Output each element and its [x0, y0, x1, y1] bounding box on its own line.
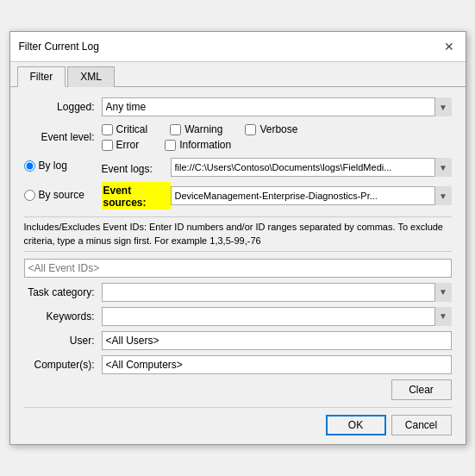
user-input-wrapper	[102, 331, 452, 350]
tab-xml[interactable]: XML	[67, 66, 115, 87]
by-source-radio[interactable]	[24, 190, 35, 201]
by-log-radio[interactable]	[24, 160, 35, 172]
checkbox-verbose: Verbose	[245, 123, 297, 135]
checkbox-information: Information	[165, 139, 231, 151]
logged-select-wrapper: Any time Last hour Last 12 hours Last 24…	[102, 97, 452, 116]
help-text: Includes/Excludes Event IDs: Enter ID nu…	[24, 216, 452, 252]
dialog-buttons: OK Cancel	[24, 407, 452, 435]
checkbox-critical-input[interactable]	[102, 124, 113, 135]
keywords-label: Keywords:	[24, 310, 102, 323]
tabs-bar: Filter XML	[10, 62, 466, 87]
event-level-row: Event level: Critical Warning Verbose	[24, 123, 452, 151]
by-source-radio-item[interactable]: By source	[24, 189, 95, 201]
by-log-label: By log	[39, 160, 67, 172]
computer-label: Computer(s):	[24, 359, 102, 371]
user-row: User:	[24, 331, 452, 350]
checkbox-error-input[interactable]	[102, 140, 113, 151]
by-log-radio-item[interactable]: By log	[24, 160, 95, 172]
clear-button[interactable]: Clear	[391, 379, 452, 400]
computer-row: Computer(s):	[24, 355, 452, 374]
checkbox-information-label: Information	[179, 139, 231, 151]
user-label: User:	[24, 335, 102, 347]
event-fields: Event logs: file://C:\Users\Contoso\Docu…	[102, 158, 452, 210]
cancel-button[interactable]: Cancel	[391, 415, 452, 435]
log-source-section: By log By source Event logs: file://C:\U…	[24, 158, 452, 210]
event-logs-row: Event logs: file://C:\Users\Contoso\Docu…	[102, 158, 452, 177]
by-source-label: By source	[39, 189, 84, 201]
event-sources-select[interactable]: DeviceManagement-Enterprise-Diagnostics-…	[171, 186, 452, 205]
user-input[interactable]	[102, 331, 452, 350]
checkbox-critical: Critical	[102, 123, 148, 135]
event-id-input[interactable]	[24, 259, 452, 278]
clear-row: Clear	[24, 379, 452, 400]
dialog-title: Filter Current Log	[19, 41, 99, 53]
logged-label: Logged:	[24, 101, 102, 113]
checkbox-error: Error	[102, 139, 140, 151]
title-bar: Filter Current Log ✕	[10, 32, 466, 62]
checkbox-error-label: Error	[116, 139, 140, 151]
ok-button[interactable]: OK	[326, 415, 386, 435]
tab-filter[interactable]: Filter	[17, 66, 66, 87]
event-level-label: Event level:	[24, 131, 102, 143]
filter-content: Logged: Any time Last hour Last 12 hours…	[10, 87, 466, 444]
task-category-wrapper: ▼	[102, 283, 452, 302]
event-logs-select-wrapper: file://C:\Users\Contoso\Documents\logs\F…	[171, 158, 452, 177]
task-category-row: Task category: ▼	[24, 283, 452, 302]
close-button[interactable]: ✕	[441, 39, 457, 54]
logged-row: Logged: Any time Last hour Last 12 hours…	[24, 97, 452, 116]
checkbox-verbose-input[interactable]	[245, 124, 256, 135]
event-sources-label: Event sources:	[102, 182, 171, 210]
task-category-label: Task category:	[24, 286, 102, 298]
event-sources-row: Event sources: DeviceManagement-Enterpri…	[102, 182, 452, 210]
checkbox-information-input[interactable]	[165, 140, 176, 151]
radio-column: By log By source	[24, 158, 102, 210]
checkbox-warning-input[interactable]	[170, 124, 181, 135]
checkbox-verbose-label: Verbose	[259, 123, 297, 135]
event-logs-label: Event logs:	[102, 160, 171, 175]
event-sources-select-wrapper: DeviceManagement-Enterprise-Diagnostics-…	[171, 186, 452, 205]
event-logs-select[interactable]: file://C:\Users\Contoso\Documents\logs\F…	[171, 158, 452, 177]
computer-input[interactable]	[102, 355, 452, 374]
event-level-checkboxes: Critical Warning Verbose Error	[102, 123, 312, 151]
keywords-select[interactable]	[102, 307, 452, 326]
checkbox-warning-label: Warning	[184, 123, 222, 135]
checkbox-warning: Warning	[170, 123, 222, 135]
event-id-row	[24, 259, 452, 278]
logged-select[interactable]: Any time Last hour Last 12 hours Last 24…	[102, 97, 452, 116]
dialog: Filter Current Log ✕ Filter XML Logged: …	[9, 31, 466, 445]
keywords-row: Keywords: ▼	[24, 307, 452, 326]
checkbox-critical-label: Critical	[116, 123, 148, 135]
task-category-select[interactable]	[102, 283, 452, 302]
keywords-wrapper: ▼	[102, 307, 452, 326]
computer-input-wrapper	[102, 355, 452, 374]
